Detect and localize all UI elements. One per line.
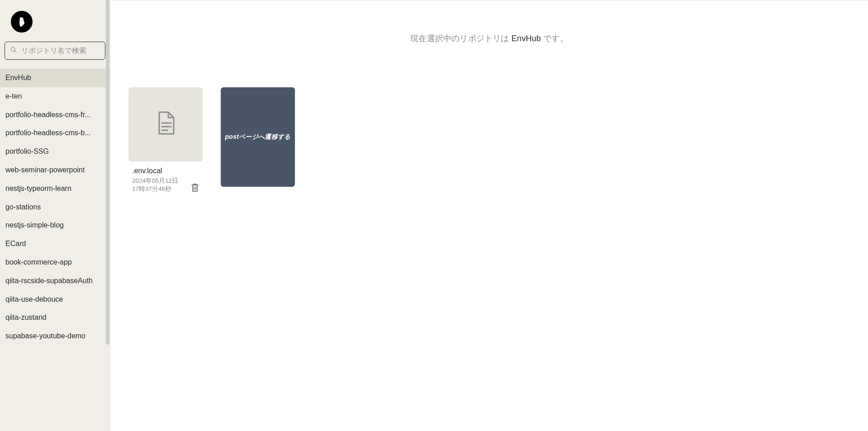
file-date-line2: 17時37分46秒 — [132, 185, 178, 193]
trash-icon[interactable] — [191, 183, 199, 194]
search-input[interactable] — [21, 47, 112, 55]
repo-item-portfolio-ssg[interactable]: portfolio-SSG — [0, 142, 110, 161]
nav-card[interactable]: postページへ遷移する — [221, 87, 295, 187]
selected-repo-prefix: 現在選択中のリポジトリは — [410, 34, 512, 43]
file-date: 2024年05月12日 17時37分46秒 — [132, 177, 178, 193]
search-box[interactable] — [5, 42, 105, 60]
nav-card-label: postページへ遷移する — [225, 133, 290, 141]
repo-item-qiita-zustand[interactable]: qiita-zustand — [0, 308, 110, 327]
repo-item-nestjs-typeorm-learn[interactable]: nestjs-typeorm-learn — [0, 180, 110, 198]
file-card-wrap: .env.local 2024年05月12日 17時37分46秒 — [128, 87, 203, 194]
repo-item-web-seminar-powerpoint[interactable]: web-seminar-powerpoint — [0, 161, 110, 180]
repo-item-supabase-youtube-demo[interactable]: supabase-youtube-demo — [0, 327, 110, 346]
repo-item-portfolio-headless-cms-b[interactable]: portfolio-headless-cms-b... — [0, 124, 110, 142]
file-card[interactable] — [128, 87, 203, 161]
sidebar: EnvHub e-ten portfolio-headless-cms-fr..… — [0, 0, 110, 431]
search-icon — [10, 47, 17, 55]
repo-item-qiita-rscside-supabaseauth[interactable]: qiita-rscside-supabaseAuth — [0, 272, 110, 290]
repo-list: EnvHub e-ten portfolio-headless-cms-fr..… — [0, 69, 110, 431]
repo-item-envhub[interactable]: EnvHub — [0, 69, 110, 87]
file-name-label: .env.local — [128, 167, 203, 175]
avatar[interactable] — [11, 11, 33, 33]
cards-container: .env.local 2024年05月12日 17時37分46秒 postページ… — [128, 87, 868, 194]
main-content: 現在選択中のリポジトリは EnvHub です。 .env.loca — [110, 0, 868, 431]
selected-repo-suffix: です。 — [541, 34, 568, 43]
repo-item-qiita-use-debouce[interactable]: qiita-use-debouce — [0, 290, 110, 309]
sidebar-scrollbar-thumb[interactable] — [106, 0, 109, 345]
selected-repo-name: EnvHub — [512, 34, 541, 43]
selected-repo-message: 現在選択中のリポジトリは EnvHub です。 — [110, 33, 868, 44]
avatar-silhouette-icon — [15, 15, 28, 28]
repo-item-ecard[interactable]: ECard — [0, 235, 110, 253]
repo-item-nestjs-simple-blog[interactable]: nestjs-simple-blog — [0, 216, 110, 235]
repo-item-portfolio-headless-cms-fr[interactable]: portfolio-headless-cms-fr... — [0, 106, 110, 124]
repo-item-book-commerce-app[interactable]: book-commerce-app — [0, 253, 110, 272]
file-date-line1: 2024年05月12日 — [132, 177, 178, 185]
file-icon — [156, 111, 175, 137]
svg-line-1 — [14, 51, 16, 52]
repo-item-go-stations[interactable]: go-stations — [0, 198, 110, 217]
repo-item-e-ten[interactable]: e-ten — [0, 87, 110, 106]
sidebar-scrollbar[interactable] — [105, 0, 110, 431]
file-meta: 2024年05月12日 17時37分46秒 — [128, 175, 203, 194]
